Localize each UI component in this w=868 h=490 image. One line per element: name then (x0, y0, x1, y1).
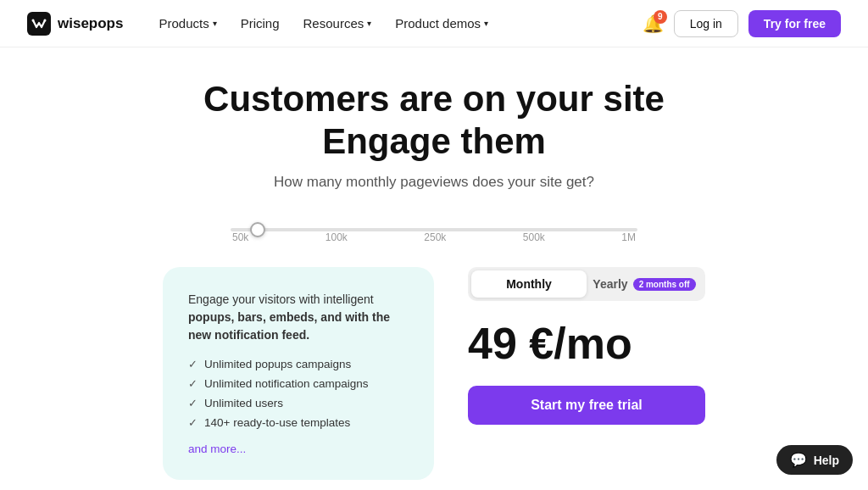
list-item: ✓140+ ready-to-use templates (188, 416, 409, 429)
slider-label-250k: 250k (424, 231, 446, 243)
notification-bell[interactable]: 🔔 9 (643, 14, 664, 34)
billing-toggle: Monthly Yearly 2 months off (468, 267, 705, 301)
chevron-down-icon: ▾ (213, 19, 217, 28)
list-item: ✓Unlimited users (188, 397, 409, 409)
pricing-card: Monthly Yearly 2 months off 49 €/mo Star… (468, 267, 705, 425)
slider-label-100k: 100k (326, 231, 348, 243)
navbar: wisepops Products ▾ Pricing Resources ▾ … (0, 0, 868, 47)
yearly-badge: 2 months off (633, 278, 696, 291)
slider-label-500k: 500k (523, 231, 545, 243)
nav-link-resources[interactable]: Resources ▾ (295, 11, 381, 36)
more-link[interactable]: and more... (188, 443, 246, 455)
hero-subtext: How many monthly pageviews does your sit… (0, 174, 868, 191)
nav-left: wisepops Products ▾ Pricing Resources ▾ … (27, 11, 497, 36)
chevron-down-icon: ▾ (367, 19, 371, 28)
help-bubble[interactable]: 💬 Help (776, 445, 853, 475)
check-icon: ✓ (188, 416, 198, 429)
nav-link-products[interactable]: Products ▾ (150, 11, 225, 36)
feature-list: ✓Unlimited popups campaigns ✓Unlimited n… (188, 358, 409, 429)
slider-labels: 50k 100k 250k 500k 1M (231, 231, 637, 243)
help-label: Help (814, 454, 839, 467)
price-display: 49 €/mo (468, 321, 705, 365)
slider-label-50k: 50k (232, 231, 248, 243)
logo[interactable]: wisepops (27, 12, 123, 36)
notification-badge: 9 (654, 10, 667, 24)
logo-text: wisepops (58, 15, 123, 32)
check-icon: ✓ (188, 377, 198, 390)
try-for-free-button[interactable]: Try for free (748, 10, 841, 37)
hero-headline: Customers are on your site Engage them (0, 78, 868, 162)
svg-point-2 (44, 19, 47, 21)
nav-link-pricing[interactable]: Pricing (232, 11, 288, 36)
list-item: ✓Unlimited popups campaigns (188, 358, 409, 370)
nav-right: 🔔 9 Log in Try for free (643, 10, 841, 37)
nav-link-product-demos[interactable]: Product demos ▾ (387, 11, 497, 36)
slider-label-1m: 1M (621, 231, 636, 243)
feature-description: Engage your visitors with intelligent po… (188, 291, 409, 344)
logo-icon (27, 12, 51, 36)
check-icon: ✓ (188, 358, 198, 370)
main-content: Engage your visitors with intelligent po… (0, 243, 868, 480)
svg-point-1 (32, 19, 35, 21)
yearly-toggle-button[interactable]: Yearly 2 months off (587, 270, 702, 298)
nav-links: Products ▾ Pricing Resources ▾ Product d… (150, 11, 497, 36)
chat-icon: 💬 (790, 452, 807, 468)
monthly-toggle-button[interactable]: Monthly (471, 270, 587, 298)
hero-section: Customers are on your site Engage them H… (0, 47, 868, 204)
feature-card: Engage your visitors with intelligent po… (163, 267, 434, 480)
chevron-down-icon: ▾ (484, 19, 488, 28)
list-item: ✓Unlimited notification campaigns (188, 377, 409, 390)
pageview-slider-section: 50k 100k 250k 500k 1M (231, 228, 637, 243)
login-button[interactable]: Log in (674, 10, 738, 37)
start-trial-button[interactable]: Start my free trial (468, 386, 705, 425)
check-icon: ✓ (188, 397, 198, 409)
